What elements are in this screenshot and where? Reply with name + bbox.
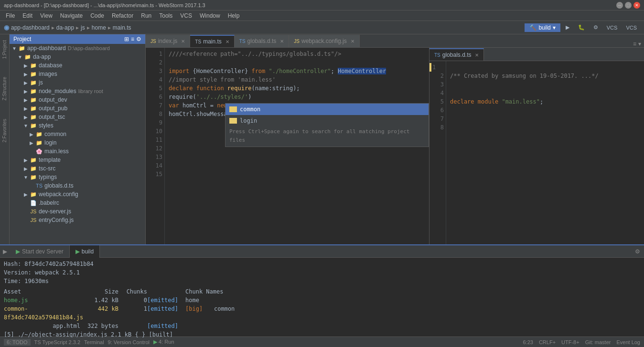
tab-webpack-config[interactable]: JS webpack.config.js ✕ bbox=[289, 35, 359, 47]
asset-chunkname: home bbox=[185, 296, 243, 305]
sidebar-icon-3[interactable]: ⚙ bbox=[136, 36, 141, 42]
code-editor[interactable]: ////<reference path="../../typings/globa… bbox=[165, 48, 429, 244]
tab-close[interactable]: ✕ bbox=[475, 53, 479, 58]
run-label[interactable]: ▶ 4: Run bbox=[153, 339, 174, 345]
sidebar-item-styles[interactable]: ▼ 📁 styles bbox=[10, 121, 145, 130]
tab-index-js[interactable]: JS index.js ✕ bbox=[146, 35, 190, 47]
sidebar-item-app-dashboard[interactable]: ▼ 📁 app-dashboard D:\app-dashboard bbox=[10, 44, 145, 53]
vcs-button[interactable]: VCS bbox=[603, 23, 621, 32]
maints-label[interactable]: main.ts bbox=[113, 24, 131, 31]
status-left: 6: TODO TS TypeScript 2.3.2 Terminal 9: … bbox=[4, 339, 174, 346]
menu-navigate[interactable]: Navigate bbox=[56, 11, 86, 20]
line-ending[interactable]: CRLF+ bbox=[539, 339, 556, 345]
tab-modified: TS bbox=[195, 39, 201, 44]
tab-close[interactable]: ✕ bbox=[181, 39, 185, 44]
git-branch[interactable]: Git: master bbox=[585, 339, 611, 345]
version-line: Version: webpack 2.5.1 bbox=[4, 268, 640, 277]
sep1: ▸ bbox=[52, 24, 54, 31]
ts-icon: TS bbox=[35, 182, 43, 189]
menu-tools[interactable]: Tools bbox=[155, 11, 176, 20]
menu-run[interactable]: Run bbox=[137, 11, 155, 20]
typescript-label[interactable]: TS TypeScript 2.3.2 bbox=[34, 339, 80, 345]
sidebar-item-database[interactable]: ▶ 📁 database bbox=[10, 61, 145, 70]
bottom-tab-start-dev[interactable]: ▶ Start dev Server bbox=[10, 245, 70, 258]
sidebar-item-babelrc[interactable]: ▶ 📄 .babelrc bbox=[10, 199, 145, 207]
menu-code[interactable]: Code bbox=[86, 11, 108, 20]
bottom-panel: ▶ ▶ Start dev Server ▶ build ⚙ Hash: 8f3… bbox=[0, 244, 644, 336]
ac-folder-icon-2 bbox=[229, 118, 237, 124]
menu-vcs[interactable]: VCS bbox=[176, 11, 196, 20]
project-sidebar-label[interactable]: 1:Project bbox=[2, 40, 7, 59]
sidebar-item-dev-server[interactable]: ▶ JS dev-server.js bbox=[10, 207, 145, 216]
menu-view[interactable]: View bbox=[36, 11, 56, 20]
bottom-tab-build[interactable]: ▶ build bbox=[70, 245, 100, 258]
tab-overflow-icon[interactable]: ≡ bbox=[633, 41, 636, 47]
favorites-sidebar-label[interactable]: 2:Favorites bbox=[2, 119, 7, 142]
sidebar-item-globals[interactable]: ▶ TS globals.d.ts bbox=[10, 181, 145, 190]
item-label: login bbox=[44, 139, 56, 146]
extra-button[interactable]: VCS bbox=[623, 23, 640, 32]
sidebar-item-output-dev[interactable]: ▶ 📁 output_dev bbox=[10, 95, 145, 104]
sidebar-icon-2[interactable]: ≡ bbox=[131, 36, 134, 42]
tab-close[interactable]: ✕ bbox=[225, 39, 229, 44]
sidebar-item-node-modules[interactable]: ▶ 📁 node_modules library root bbox=[10, 87, 145, 95]
tab-close[interactable]: ✕ bbox=[351, 39, 354, 44]
settings-button[interactable]: ⚙ bbox=[590, 23, 601, 32]
tab-main-ts[interactable]: TS main.ts ✕ bbox=[190, 35, 234, 47]
code-line-13 bbox=[169, 153, 425, 161]
folder-icon: 📁 bbox=[30, 156, 37, 164]
sidebar-item-typings[interactable]: ▼ 📁 typings bbox=[10, 173, 145, 181]
js-label[interactable]: js bbox=[81, 24, 85, 31]
sidebar-item-login[interactable]: ▶ 📁 login bbox=[10, 138, 145, 147]
charset[interactable]: UTF-8+ bbox=[561, 339, 580, 345]
sidebar-item-da-app[interactable]: ▼ 📁 da-app bbox=[10, 53, 145, 61]
tab-icon: JS bbox=[150, 39, 156, 44]
tab-close[interactable]: ✕ bbox=[280, 39, 284, 44]
version-control-label[interactable]: 9: Version Control bbox=[108, 339, 150, 345]
close-button[interactable]: ✕ bbox=[633, 2, 640, 9]
sidebar-item-webpack[interactable]: ▶ 📁 webpack.config bbox=[10, 190, 145, 199]
bottom-tabs: ▶ ▶ Start dev Server ▶ build ⚙ bbox=[0, 245, 644, 258]
tab-icon: JS bbox=[294, 39, 300, 44]
sidebar-item-tsc-src[interactable]: ▶ 📁 tsc-src bbox=[10, 164, 145, 173]
sidebar-item-common[interactable]: ▶ 📁 common bbox=[10, 130, 145, 138]
tab-label: globals.d.ts bbox=[442, 52, 472, 58]
event-log[interactable]: Event Log bbox=[616, 339, 640, 345]
tab-globals-dts[interactable]: TS globals.d.ts ✕ bbox=[235, 35, 289, 47]
sidebar-item-entry-config[interactable]: ▶ JS entryConfig.js bbox=[10, 216, 145, 224]
sep4: ▸ bbox=[108, 24, 111, 31]
item-label: template bbox=[39, 157, 61, 163]
build-button[interactable]: 🔨 build ▾ bbox=[525, 23, 560, 32]
sidebar-item-main-less[interactable]: ▶ 🌸 main.less bbox=[10, 147, 145, 156]
menu-refactor[interactable]: Refactor bbox=[108, 11, 137, 20]
terminal-label[interactable]: Terminal bbox=[84, 339, 104, 345]
tab-globals-right[interactable]: TS globals.d.ts ✕ bbox=[429, 48, 484, 61]
home-label[interactable]: home bbox=[92, 24, 106, 31]
folder-icon: 📁 bbox=[30, 173, 37, 181]
right-code-editor[interactable]: /** Created by samsung on 19-05-2017. ..… bbox=[446, 61, 644, 244]
ac-item-common[interactable]: common bbox=[225, 104, 429, 115]
sidebar-item-template[interactable]: ▶ 📁 template bbox=[10, 156, 145, 164]
debug-button[interactable]: 🐛 bbox=[575, 23, 588, 32]
menu-window[interactable]: Window bbox=[196, 11, 224, 20]
maximize-button[interactable]: □ bbox=[625, 2, 632, 9]
app-dashboard-label[interactable]: app-dashboard bbox=[11, 24, 50, 31]
sidebar-item-js[interactable]: ▶ 📁 js bbox=[10, 78, 145, 87]
editor-tabs: JS index.js ✕ TS main.ts ✕ TS globals.d.… bbox=[146, 34, 644, 48]
settings-icon[interactable]: ⚙ bbox=[635, 248, 640, 255]
sidebar-item-images[interactable]: ▶ 📁 images bbox=[10, 70, 145, 78]
minimize-button[interactable]: ─ bbox=[616, 2, 623, 9]
tab-scroll-icon[interactable]: ▾ bbox=[638, 41, 641, 47]
ac-item-login[interactable]: login bbox=[225, 115, 429, 126]
structure-sidebar-label[interactable]: Z:Structure bbox=[2, 77, 7, 100]
da-app-label[interactable]: da-app bbox=[56, 24, 74, 31]
time-line: Time: 19630ms bbox=[4, 277, 640, 285]
menu-help[interactable]: Help bbox=[224, 11, 244, 20]
run-button[interactable]: ▶ bbox=[562, 23, 573, 32]
sidebar-item-output-tsc[interactable]: ▶ 📁 output_tsc bbox=[10, 113, 145, 121]
todo-badge[interactable]: 6: TODO bbox=[4, 339, 31, 346]
sidebar-item-output-pub[interactable]: ▶ 📁 output_pub bbox=[10, 104, 145, 113]
sidebar-icon-1[interactable]: ⊞ bbox=[124, 36, 129, 42]
menu-file[interactable]: File bbox=[2, 11, 19, 20]
menu-edit[interactable]: Edit bbox=[19, 11, 36, 20]
